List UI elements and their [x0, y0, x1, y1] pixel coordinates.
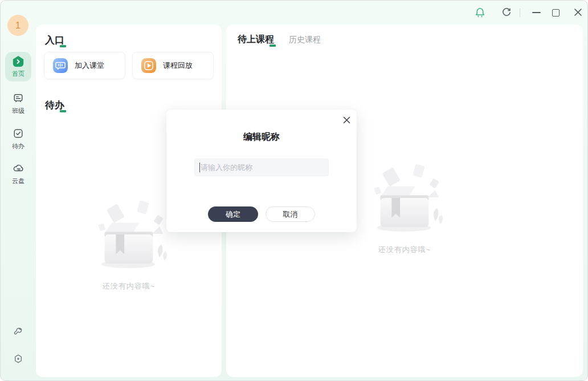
titlebar-divider: [520, 9, 520, 17]
courses-empty-text: 还没有内容哦~: [378, 245, 431, 255]
settings-gear-icon[interactable]: [13, 353, 24, 364]
tools-wrench-icon[interactable]: [13, 326, 24, 337]
class-board-icon: [13, 92, 24, 104]
notification-bell-icon[interactable]: [475, 7, 485, 18]
entry-section-heading: 入口: [45, 34, 64, 47]
nickname-field-wrap: [194, 159, 329, 176]
todo-empty-text: 还没有内容哦~: [103, 281, 156, 291]
course-replay-button[interactable]: 课程回放: [132, 52, 214, 79]
course-replay-icon: [141, 58, 156, 73]
join-classroom-button[interactable]: 加入课堂: [44, 52, 125, 79]
dialog-close-icon[interactable]: [342, 116, 351, 124]
maximize-button[interactable]: [552, 9, 560, 17]
dialog-title: 编辑昵称: [166, 131, 357, 143]
tab-upcoming-courses[interactable]: 待上课程: [238, 34, 274, 46]
entry-cards: 加入课堂 课程回放: [44, 52, 214, 79]
nickname-input[interactable]: [194, 159, 329, 176]
sidebar-item-label: 待办: [12, 142, 24, 151]
course-tabs: 待上课程 历史课程: [238, 34, 321, 46]
confirm-button[interactable]: 确定: [208, 206, 258, 222]
sidebar-item-cloud[interactable]: 云盘: [1, 163, 36, 185]
refresh-icon[interactable]: [501, 7, 512, 18]
edit-nickname-dialog: 编辑昵称 确定 取消: [166, 110, 357, 232]
sidebar-item-label: 班级: [12, 107, 24, 115]
sidebar-item-label: 首页: [12, 70, 24, 78]
home-icon: [12, 55, 24, 68]
cancel-button[interactable]: 取消: [266, 206, 315, 222]
todo-section-heading: 待办: [45, 99, 64, 112]
todo-check-icon: [13, 128, 24, 139]
sidebar: 1 首页 班级 待办: [1, 1, 36, 380]
course-replay-label: 课程回放: [163, 60, 193, 71]
text-caret: [199, 163, 200, 172]
empty-box-illustration: [362, 164, 447, 237]
avatar-label: 1: [15, 21, 21, 31]
app-window: 1 首页 班级 待办: [0, 0, 588, 381]
sidebar-item-class[interactable]: 班级: [1, 92, 36, 115]
sidebar-item-label: 云盘: [12, 177, 24, 185]
join-classroom-label: 加入课堂: [75, 60, 104, 71]
empty-box-illustration: [86, 200, 172, 273]
close-window-button[interactable]: [574, 8, 582, 17]
minimize-button[interactable]: [532, 12, 541, 13]
sidebar-item-todo[interactable]: 待办: [1, 128, 36, 151]
user-avatar[interactable]: 1: [7, 15, 28, 36]
tab-history-courses[interactable]: 历史课程: [289, 35, 321, 45]
sidebar-item-home[interactable]: 首页: [5, 52, 31, 82]
join-classroom-icon: [53, 58, 68, 73]
cloud-drive-icon: [13, 163, 24, 174]
